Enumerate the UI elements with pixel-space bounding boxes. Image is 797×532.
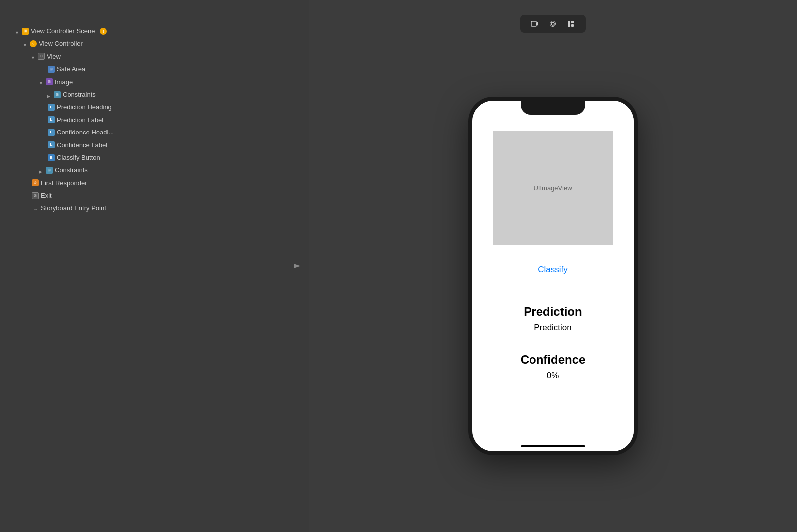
layout-icon[interactable] (566, 19, 576, 29)
tree-item-prediction-label[interactable]: L Prediction Label (39, 114, 114, 126)
classify-button-label: Classify Button (57, 152, 100, 163)
constraints-image-icon: ⊞ (54, 91, 61, 98)
tree-item-storyboard-entry[interactable]: → Storyboard Entry Point (23, 202, 114, 214)
first-responder-label: First Responder (41, 177, 87, 189)
tree-item-confidence-label[interactable]: L Confidence Label (39, 139, 114, 151)
scene-label: View Controller Scene (31, 25, 95, 37)
exit-icon: ⊠ (32, 192, 39, 199)
first-responder-icon: ⊙ (32, 179, 39, 186)
svg-rect-4 (568, 21, 570, 27)
phone-mockup: UIImageView Classify Prediction Predicti… (468, 97, 638, 455)
prediction-heading: Prediction (524, 305, 582, 319)
storyboard-entry-label: Storyboard Entry Point (41, 202, 106, 214)
storyboard-canvas: UIImageView Classify Prediction Predicti… (309, 0, 797, 532)
tree-item-confidence-heading[interactable]: L Confidence Headi... (39, 126, 114, 138)
constraints-view-label: Constraints (55, 164, 88, 176)
scene-icon: ⊞ (22, 28, 29, 35)
collapse-triangle-constraints-view-icon: ▶ (39, 168, 44, 173)
settings-icon[interactable] (548, 19, 558, 29)
warning-icon: ! (100, 28, 107, 35)
view-label: View (47, 51, 61, 62)
classify-button[interactable]: Classify (538, 265, 568, 275)
constraints-view-icon: ⊞ (46, 167, 53, 174)
collapse-triangle-view-icon: ▼ (31, 54, 36, 59)
label-confidence-label-icon: L (48, 141, 55, 148)
confidence-label-label: Confidence Label (57, 139, 107, 151)
label-prediction-heading-icon: L (48, 104, 55, 111)
svg-point-3 (550, 21, 556, 27)
phone-content: UIImageView Classify Prediction Predicti… (472, 101, 634, 451)
tree-item-image[interactable]: ▼ ⊟ Image (39, 76, 114, 88)
uiimage-label: UIImageView (533, 184, 572, 192)
svg-rect-0 (531, 21, 536, 26)
collapse-triangle-constraints-icon: ▶ (47, 92, 52, 97)
svg-rect-5 (571, 21, 574, 23)
svg-rect-6 (571, 24, 574, 27)
entry-arrow-svg (249, 259, 304, 273)
collapse-triangle-image-icon: ▼ (39, 79, 44, 84)
uiimage-placeholder: UIImageView (493, 131, 613, 245)
tree-item-viewcontroller[interactable]: ▼ ○ View Controller (23, 37, 114, 50)
storyboard-entry-arrow (249, 259, 304, 273)
phone-home-indicator (521, 445, 585, 447)
confidence-heading-label: Confidence Headi... (57, 127, 114, 138)
confidence-label: 0% (547, 371, 559, 381)
safearea-icon: ⊞ (48, 66, 55, 73)
exit-label: Exit (41, 190, 52, 201)
storyboard-toolbar (520, 15, 586, 33)
viewcontroller-icon: ○ (30, 40, 37, 47)
svg-point-2 (551, 22, 554, 25)
constraints-image-label: Constraints (63, 89, 96, 100)
tree-item-safearea[interactable]: ⊞ Safe Area (39, 63, 114, 75)
confidence-heading: Confidence (521, 353, 586, 367)
image-label: Image (55, 76, 73, 88)
prediction-heading-label: Prediction Heading (57, 101, 112, 113)
prediction-label: Prediction (534, 323, 572, 333)
storyboard-entry-arrow-icon: → (32, 205, 39, 212)
tree-item-classify-button[interactable]: B Classify Button (39, 151, 114, 164)
image-icon: ⊟ (46, 78, 53, 85)
tree-item-exit[interactable]: ⊠ Exit (23, 189, 114, 202)
tree-item-scene[interactable]: ▼ ⊞ View Controller Scene ! (15, 25, 114, 37)
safearea-label: Safe Area (57, 63, 85, 75)
collapse-triangle-icon: ▼ (15, 29, 20, 34)
tree-container: ▼ ⊞ View Controller Scene ! ▼ ○ View Con… (0, 15, 129, 225)
label-confidence-heading-icon: L (48, 129, 55, 136)
tree-item-prediction-heading[interactable]: L Prediction Heading (39, 101, 114, 113)
prediction-label-label: Prediction Label (57, 114, 103, 126)
collapse-triangle-vc-icon: ▼ (23, 41, 28, 46)
phone-mockup-wrapper: UIImageView Classify Prediction Predicti… (468, 97, 638, 455)
label-prediction-label-icon: L (48, 116, 55, 123)
video-icon[interactable] (530, 19, 540, 29)
phone-notch (521, 101, 585, 115)
button-classify-icon: B (48, 154, 55, 161)
tree-item-view[interactable]: ▼ □ View (31, 50, 114, 63)
tree-item-constraints-view[interactable]: ▶ ⊞ Constraints (39, 164, 114, 176)
tree-item-first-responder[interactable]: ⊙ First Responder (23, 177, 114, 189)
view-icon: □ (38, 53, 45, 60)
viewcontroller-label: View Controller (39, 38, 83, 49)
tree-item-constraints-image[interactable]: ▶ ⊞ Constraints (47, 88, 114, 101)
svg-marker-8 (294, 264, 301, 268)
